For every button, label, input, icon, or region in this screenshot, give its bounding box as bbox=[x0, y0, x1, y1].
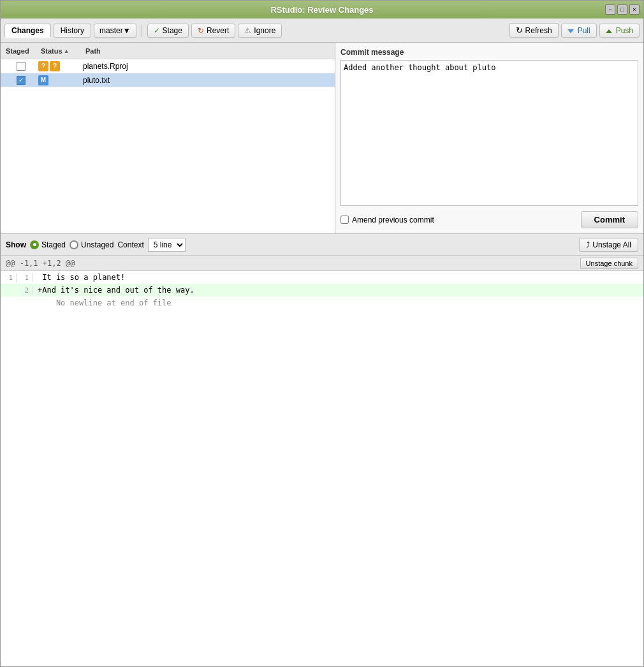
separator-1 bbox=[142, 24, 142, 37]
stage-icon: ✓ bbox=[154, 26, 160, 35]
commit-message-label: Commit message bbox=[340, 48, 638, 57]
unstaged-radio-label: Unstaged bbox=[81, 240, 113, 249]
radio-group-staged: Staged bbox=[30, 240, 66, 249]
status-badge-m: M bbox=[38, 75, 48, 85]
path-cell-pluto: pluto.txt bbox=[83, 76, 332, 85]
diff-content: @@ -1,1 +1,2 @@ Unstage chunk 1 1 It is … bbox=[1, 256, 643, 666]
sort-arrow-status: ▲ bbox=[64, 48, 70, 54]
pull-icon bbox=[567, 26, 575, 35]
file-list-body: ? ? planets.Rproj M pluto.txt bbox=[1, 59, 335, 233]
stage-button[interactable]: ✓ Stage bbox=[147, 24, 189, 38]
staged-checkbox-pluto[interactable] bbox=[17, 76, 26, 85]
status-badge-q2: ? bbox=[50, 61, 60, 71]
ignore-icon: ⚠ bbox=[244, 26, 251, 35]
revert-label: Revert bbox=[207, 26, 229, 35]
header-staged: Staged bbox=[1, 47, 36, 55]
top-section: Staged Status ▲ Path bbox=[1, 43, 643, 234]
line-new-num-2: 2 bbox=[17, 286, 33, 295]
close-button[interactable]: × bbox=[629, 4, 640, 15]
header-status: Status ▲ bbox=[36, 47, 80, 55]
line-content-3: No newline at end of file bbox=[33, 298, 643, 307]
amend-checkbox[interactable] bbox=[340, 216, 349, 224]
stage-label: Stage bbox=[163, 26, 182, 35]
file-row-pluto[interactable]: M pluto.txt bbox=[1, 73, 335, 87]
path-cell-planets: planets.Rproj bbox=[83, 62, 332, 71]
branch-selector[interactable]: master▼ bbox=[94, 24, 136, 38]
pull-label: Pull bbox=[578, 26, 590, 35]
main-toolbar: Changes History master▼ ✓ Stage ↻ Revert… bbox=[1, 18, 643, 43]
main-area: Staged Status ▲ Path bbox=[1, 43, 643, 666]
context-select[interactable]: 5 line bbox=[148, 238, 186, 252]
refresh-button[interactable]: ↻ Refresh bbox=[509, 23, 559, 38]
main-window: RStudio: Review Changes − □ × Changes Hi… bbox=[0, 0, 644, 667]
status-cell-planets: ? ? bbox=[38, 61, 83, 71]
diff-line-2: 2 +And it's nice and out of the way. bbox=[1, 284, 643, 297]
maximize-button[interactable]: □ bbox=[617, 4, 627, 15]
window-controls: − □ × bbox=[605, 4, 640, 15]
staged-cell-planets[interactable] bbox=[3, 62, 38, 71]
minimize-button[interactable]: − bbox=[605, 4, 615, 15]
amend-label[interactable]: Amend previous commit bbox=[340, 216, 434, 224]
diff-section: Show Staged Unstaged Context 5 line ⤴ Un… bbox=[1, 234, 643, 666]
radio-staged[interactable] bbox=[30, 240, 39, 249]
line-content-1: It is so a planet! bbox=[33, 273, 643, 282]
tab-history[interactable]: History bbox=[54, 24, 91, 38]
unstage-all-label: Unstage All bbox=[592, 240, 631, 249]
window-title: RStudio: Review Changes bbox=[270, 5, 373, 15]
push-button[interactable]: Push bbox=[599, 24, 640, 38]
staged-checkbox-planets[interactable] bbox=[17, 62, 26, 71]
ignore-label: Ignore bbox=[254, 26, 275, 35]
push-icon bbox=[606, 26, 613, 35]
staged-radio-label: Staged bbox=[41, 240, 66, 249]
tab-changes[interactable]: Changes bbox=[4, 24, 51, 38]
amend-text: Amend previous commit bbox=[352, 216, 434, 224]
pull-button[interactable]: Pull bbox=[561, 24, 597, 38]
refresh-label: Refresh bbox=[525, 26, 552, 35]
file-list-header: Staged Status ▲ Path bbox=[1, 43, 335, 59]
file-list-panel: Staged Status ▲ Path bbox=[1, 43, 335, 233]
unstage-chunk-button[interactable]: Unstage chunk bbox=[580, 258, 638, 269]
show-label: Show bbox=[6, 240, 26, 249]
commit-footer: Amend previous commit Commit bbox=[340, 211, 638, 228]
refresh-icon: ↻ bbox=[516, 26, 523, 35]
branch-label: master bbox=[99, 26, 123, 35]
context-label: Context bbox=[117, 240, 143, 249]
commit-panel: Commit message Added another thought abo… bbox=[335, 43, 643, 233]
file-row-planets[interactable]: ? ? planets.Rproj bbox=[1, 59, 335, 73]
diff-line-3: No newline at end of file bbox=[1, 297, 643, 309]
revert-icon: ↻ bbox=[198, 26, 204, 35]
title-bar: RStudio: Review Changes − □ × bbox=[1, 1, 643, 18]
push-label: Push bbox=[616, 26, 633, 35]
chunk-label: @@ -1,1 +1,2 @@ bbox=[6, 259, 75, 268]
line-content-2: +And it's nice and out of the way. bbox=[33, 286, 643, 295]
diff-toolbar: Show Staged Unstaged Context 5 line ⤴ Un… bbox=[1, 234, 643, 256]
diff-line-1: 1 1 It is so a planet! bbox=[1, 271, 643, 284]
header-path: Path bbox=[80, 47, 335, 55]
commit-button[interactable]: Commit bbox=[581, 211, 638, 228]
unstage-all-button[interactable]: ⤴ Unstage All bbox=[579, 238, 638, 252]
diff-chunk-header: @@ -1,1 +1,2 @@ Unstage chunk bbox=[1, 256, 643, 271]
unstage-all-icon: ⤴ bbox=[586, 240, 590, 249]
commit-textarea[interactable]: Added another thought about pluto bbox=[340, 60, 638, 206]
line-old-num-1: 1 bbox=[1, 274, 17, 282]
status-badge-q1: ? bbox=[38, 61, 48, 71]
status-cell-pluto: M bbox=[38, 75, 83, 85]
radio-unstaged[interactable] bbox=[70, 240, 78, 249]
line-new-num-1: 1 bbox=[17, 274, 33, 282]
ignore-button[interactable]: ⚠ Ignore bbox=[238, 24, 282, 38]
staged-cell-pluto[interactable] bbox=[3, 76, 38, 85]
radio-group-unstaged: Unstaged bbox=[70, 240, 113, 249]
revert-button[interactable]: ↻ Revert bbox=[191, 24, 235, 38]
